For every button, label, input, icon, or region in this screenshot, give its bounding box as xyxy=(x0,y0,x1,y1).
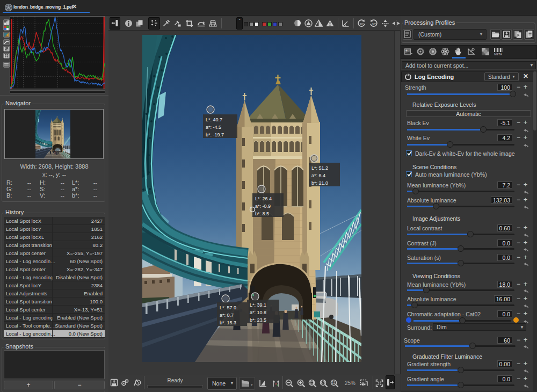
svg-text:b*: -19.7: b*: -19.7 xyxy=(206,132,224,137)
svg-text:a*: 6.4: a*: 6.4 xyxy=(311,173,325,178)
svg-text:L*: 40.7: L*: 40.7 xyxy=(206,117,222,122)
svg-text:a*: -0.9: a*: -0.9 xyxy=(255,204,271,209)
svg-text:L*: 51.2: L*: 51.2 xyxy=(311,165,328,171)
svg-text:+: + xyxy=(405,49,408,53)
svg-text:b*: 8.5: b*: 8.5 xyxy=(255,211,269,216)
svg-text:b*: 23.5: b*: 23.5 xyxy=(250,317,266,323)
svg-text:L*: 57.0: L*: 57.0 xyxy=(220,305,236,310)
svg-text:a*: 10.8: a*: 10.8 xyxy=(250,310,266,315)
svg-text:90°: 90° xyxy=(360,23,364,26)
svg-text:b*: 21.0: b*: 21.0 xyxy=(311,180,328,186)
svg-text:11: 11 xyxy=(332,381,336,384)
svg-text:META: META xyxy=(494,53,502,56)
svg-text:90°: 90° xyxy=(372,23,376,26)
svg-text:L*: 26.4: L*: 26.4 xyxy=(255,196,272,201)
svg-text:▾: ▾ xyxy=(251,383,253,387)
svg-text:b*: 15.3: b*: 15.3 xyxy=(220,320,236,325)
svg-text:a*: -4.5: a*: -4.5 xyxy=(206,125,221,130)
svg-text:a*: 0.7: a*: 0.7 xyxy=(220,313,234,318)
svg-text:L*: 39.1: L*: 39.1 xyxy=(250,302,266,308)
